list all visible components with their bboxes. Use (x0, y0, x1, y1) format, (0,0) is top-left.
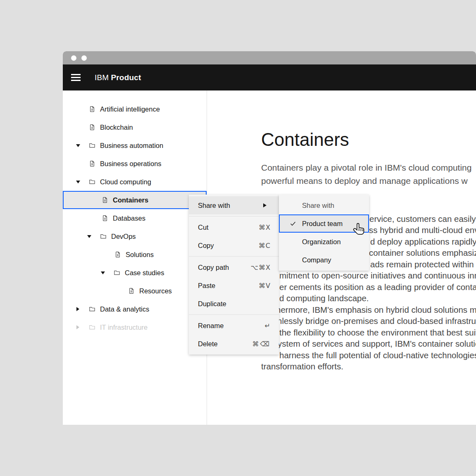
menu-divider (189, 314, 279, 315)
submenu-header: Share with (279, 196, 369, 214)
menu-item-label: Copy (198, 242, 214, 250)
desktop-background: IBM Product Artificial intelligence Bloc… (0, 0, 476, 476)
body-text-line: er cements its position as a leading pro… (279, 281, 476, 293)
menu-hamburger-icon[interactable] (71, 73, 81, 82)
submenu-item-company[interactable]: Company (279, 251, 369, 269)
menu-item-duplicate[interactable]: Duplicate (189, 295, 279, 313)
body-text-line: ads remain protected within t (370, 259, 476, 270)
window-control-dot[interactable] (81, 55, 87, 61)
caret-down-icon[interactable] (76, 144, 89, 147)
body-text-line: container solutions emphasize (369, 247, 476, 258)
intro-paragraph: Containers play a pivotal role in IBM's … (261, 161, 471, 188)
tree-item-case-studies[interactable]: Case studies (63, 264, 207, 282)
shortcut-label: ⌘V (259, 282, 271, 290)
menu-item-copy-path[interactable]: Copy path ⌥⌘X (189, 258, 279, 276)
document-icon (89, 124, 95, 131)
menu-item-delete[interactable]: Delete ⌘⌫ (189, 335, 279, 353)
tree-item-label: Containers (113, 196, 148, 204)
caret-down-icon[interactable] (76, 181, 89, 183)
menu-item-copy[interactable]: Copy ⌘C (189, 236, 279, 255)
window-titlebar[interactable] (63, 51, 476, 64)
document-icon (89, 106, 95, 112)
body-text-line: ss hybrid and multi-cloud envi (369, 224, 476, 236)
window-control-dot[interactable] (71, 55, 76, 61)
tree-item-business-automation[interactable]: Business automation (63, 136, 207, 155)
shortcut-label: ↵ (265, 322, 271, 330)
menu-item-share-with[interactable]: Share with (189, 196, 279, 214)
document-icon (102, 197, 108, 203)
body-text-line: ystem of services and support, IBM's con… (278, 338, 476, 349)
tree-item-data-analytics[interactable]: Data & analytics (63, 300, 207, 318)
menu-item-label: Cut (198, 224, 209, 231)
context-menu: Share with Cut ⌘X Copy ⌘C Copy path ⌥⌘X … (189, 195, 279, 355)
shortcut-label: ⌘C (259, 242, 271, 250)
tree-item-it-infrastructure[interactable]: IT infrastructure (63, 318, 207, 336)
tree-item-label: Business operations (100, 160, 162, 168)
tree-item-label: Case studies (125, 269, 164, 277)
menu-item-label: Delete (198, 340, 218, 348)
checkmark-icon (290, 220, 296, 227)
tree-item-resources[interactable]: Resources (63, 282, 207, 300)
tree-item-label: Cloud computing (100, 178, 151, 186)
tree-item-label: Blockchain (100, 124, 133, 131)
tree-item-solutions[interactable]: Solutions (63, 245, 207, 264)
submenu-arrow-icon (263, 203, 267, 207)
sidebar-tree: Artificial intelligence Blockchain Busin… (63, 90, 207, 425)
submenu-item-label: Organization (302, 238, 341, 246)
tree-item-databases[interactable]: Databases (63, 209, 207, 227)
folder-icon (89, 142, 95, 149)
body-text-line: d computing landscape. (279, 293, 369, 304)
body-text-line: the flexibility to choose the environmen… (279, 327, 476, 338)
folder-icon (89, 306, 95, 312)
tree-item-label: Resources (139, 287, 172, 295)
menu-item-rename[interactable]: Rename ↵ (189, 317, 279, 335)
body-text-line: nlessly bridge on-premises and cloud-bas… (277, 315, 476, 326)
menu-item-label: Rename (198, 322, 224, 330)
submenu-item-label: Company (302, 256, 331, 264)
tree-item-artificial-intelligence[interactable]: Artificial intelligence (63, 100, 207, 118)
body-text-line: transformation efforts. (261, 361, 343, 372)
caret-right-icon[interactable] (76, 307, 89, 311)
menu-item-paste[interactable]: Paste ⌘V (189, 276, 279, 295)
tree-item-label: DevOps (111, 233, 136, 240)
menu-item-label: Copy path (198, 264, 229, 271)
body-text-line: d deploy applications rapidly, (370, 236, 476, 247)
intro-line: Containers play a pivotal role in IBM's … (261, 161, 471, 174)
page-title: Containers (261, 131, 349, 149)
brand-name: Product (111, 73, 141, 82)
caret-right-icon (76, 325, 89, 329)
tree-item-label: Databases (113, 214, 145, 222)
folder-icon (114, 269, 120, 276)
shortcut-label: ⌥⌘X (251, 264, 271, 271)
submenu-item-label: Product team (302, 220, 343, 228)
document-icon (102, 215, 108, 221)
menu-item-cut[interactable]: Cut ⌘X (189, 218, 279, 236)
brand-prefix: IBM (95, 73, 109, 82)
caret-down-icon[interactable] (100, 271, 114, 274)
tree-item-label: Business automation (100, 142, 163, 150)
menu-item-label: Duplicate (198, 300, 226, 308)
tree-item-label: Data & analytics (100, 305, 149, 313)
body-text-line: ervice, customers can easily d (369, 213, 476, 224)
folder-icon (89, 324, 95, 331)
document-icon (128, 288, 135, 294)
document-icon (89, 160, 95, 167)
tree-item-blockchain[interactable]: Blockchain (63, 118, 207, 136)
body-text-line: mitment to open-source initiatives and c… (279, 270, 476, 281)
body-text-line: hermore, IBM's emphasis on hybrid cloud … (276, 304, 476, 315)
shortcut-label: ⌘X (259, 224, 271, 231)
tree-item-label: IT infrastructure (100, 324, 148, 331)
folder-icon (89, 178, 95, 185)
tree-item-label: Solutions (126, 251, 154, 259)
tree-item-business-operations[interactable]: Business operations (63, 155, 207, 173)
app-window: IBM Product Artificial intelligence Bloc… (63, 51, 476, 425)
menu-divider (189, 256, 279, 257)
app-header: IBM Product (63, 64, 476, 90)
caret-down-icon[interactable] (87, 235, 100, 238)
tree-item-containers-selected[interactable]: Containers (63, 191, 207, 209)
tree-item-devops[interactable]: DevOps (63, 227, 207, 245)
intro-line: powerful means to deploy and manage appl… (261, 174, 471, 188)
tree-item-cloud-computing[interactable]: Cloud computing (63, 173, 207, 191)
body-text-line: harness the full potential of cloud-nati… (279, 350, 476, 361)
menu-item-label: Paste (198, 282, 215, 290)
